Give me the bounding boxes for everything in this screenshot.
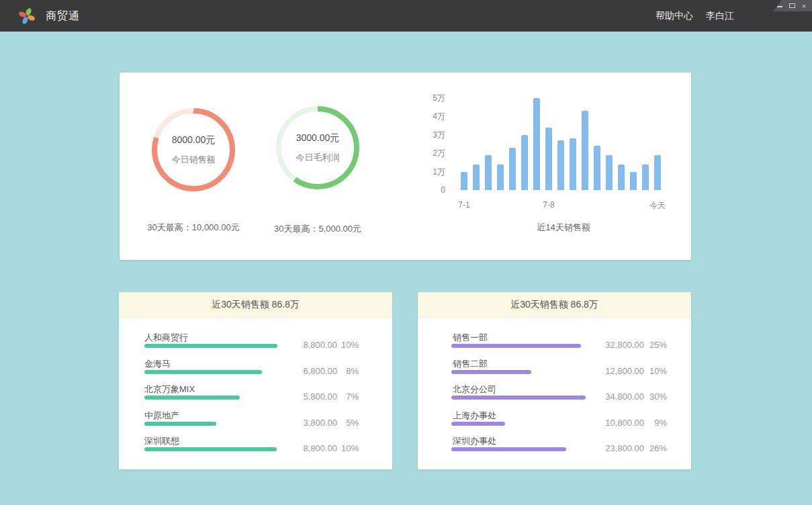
rank-item-percent: 26% — [640, 443, 667, 453]
rank-item-bar — [144, 447, 277, 451]
bar — [594, 146, 600, 190]
rank-item-bar — [451, 447, 566, 451]
bar — [642, 165, 649, 191]
rank-item-bar — [144, 370, 262, 374]
today-profit-donut: 3000.00元 今日毛利润 — [275, 105, 361, 191]
bar — [654, 155, 661, 190]
rank-item-value: 10,800.00 — [584, 418, 644, 428]
rank-item-value: 3,800.00 — [277, 418, 337, 428]
rank-row: 上海办事处10,800.009% — [418, 409, 691, 435]
username-menu[interactable]: 李白江 — [706, 10, 734, 22]
today-sales-value: 8000.00元 — [172, 134, 216, 146]
bar — [582, 111, 588, 190]
rank-list: 人和商贸行8,800.0010%金海马6,800.008%北京万象MIX5,80… — [119, 318, 392, 461]
x-axis-label: 7-8 — [543, 200, 554, 210]
rank-item-percent: 10% — [334, 340, 359, 350]
rank-row: 北京万象MIX5,800.007% — [119, 383, 392, 409]
overview-card: 8000.00元 今日销售额 30天最高：10,000.00元 3000.00元… — [120, 73, 691, 260]
bar — [497, 165, 504, 191]
app-title: 商贸通 — [46, 9, 80, 24]
rank-item-percent: 25% — [640, 340, 667, 350]
rank-item-value: 6,800.00 — [277, 366, 337, 376]
bar — [618, 165, 625, 191]
rank-item-name: 销售二部 — [453, 358, 488, 370]
rank-item-percent: 7% — [334, 392, 359, 402]
bar — [521, 135, 528, 191]
minimize-button[interactable] — [776, 3, 783, 9]
close-button[interactable]: × — [801, 3, 807, 9]
rank-item-name: 金海马 — [144, 358, 171, 370]
rank-item-bar — [451, 422, 505, 426]
rank-item-name: 中原地产 — [144, 410, 179, 422]
rank-item-value: 8,800.00 — [277, 340, 337, 350]
rank-row: 深圳联想8,800.0010% — [119, 434, 392, 461]
customer-rank-card: 近30天销售额 86.8万 人和商贸行8,800.0010%金海马6,800.0… — [119, 292, 392, 469]
rank-item-percent: 9% — [640, 418, 667, 428]
rank-item-percent: 30% — [640, 392, 667, 402]
x-axis-label: 7-1 — [458, 200, 469, 210]
rank-item-value: 32,800.00 — [584, 340, 644, 350]
rank-row: 中原地产3,800.005% — [119, 409, 392, 435]
titlebar: 商贸通 帮助中心 李白江 × — [0, 0, 812, 32]
sales-bar-chart: 01万2万3万4万5万 7-17-8今天 近14天销售额 — [418, 73, 680, 247]
rank-row: 金海马6,800.008% — [119, 357, 392, 383]
sales-bar-chart-plot — [461, 89, 666, 190]
rank-item-bar — [451, 370, 531, 374]
rank-item-name: 北京分公司 — [453, 383, 496, 396]
app-logo-icon — [18, 7, 36, 25]
rank-item-bar — [451, 396, 586, 400]
y-axis-tick: 1万 — [418, 167, 445, 177]
today-sales-donut: 8000.00元 今日销售额 — [150, 107, 236, 193]
bar — [485, 155, 492, 190]
bar — [473, 165, 480, 191]
profit-30d-max: 30天最高：5,000.00元 — [244, 223, 392, 235]
bar — [570, 138, 576, 190]
rank-row: 北京分公司34,800.0030% — [418, 383, 691, 409]
rank-card-header: 近30天销售额 86.8万 — [418, 292, 691, 318]
bar-chart-title: 近14天销售额 — [461, 222, 666, 234]
rank-item-value: 8,800.00 — [277, 443, 337, 453]
rank-item-percent: 10% — [640, 366, 667, 376]
rank-item-bar — [144, 396, 240, 400]
rank-row: 销售二部12,800.0010% — [418, 357, 691, 383]
rank-card-header: 近30天销售额 86.8万 — [119, 292, 392, 318]
x-axis-label: 今天 — [649, 200, 666, 212]
maximize-button[interactable] — [788, 3, 795, 9]
today-sales-label: 今日销售额 — [172, 154, 216, 166]
rank-item-value: 34,800.00 — [584, 392, 644, 402]
dept-rank-card: 近30天销售额 86.8万 销售一部32,800.0025%销售二部12,800… — [418, 292, 691, 469]
y-axis-tick: 2万 — [418, 148, 445, 158]
rank-item-percent: 8% — [334, 366, 359, 376]
help-center-link[interactable]: 帮助中心 — [656, 10, 693, 22]
bar — [533, 98, 540, 191]
bar — [630, 172, 637, 191]
rank-item-name: 上海办事处 — [453, 410, 496, 422]
rank-card-title: 近30天销售额 86.8万 — [510, 299, 598, 311]
rank-item-name: 北京万象MIX — [144, 383, 195, 396]
rank-item-name: 深圳办事处 — [453, 435, 496, 447]
bar — [606, 155, 613, 190]
bar — [509, 148, 516, 190]
rank-item-bar — [144, 344, 277, 348]
rank-row: 销售一部32,800.0025% — [418, 331, 691, 357]
rank-item-name: 销售一部 — [453, 332, 488, 344]
rank-item-percent: 10% — [334, 443, 359, 453]
rank-card-title: 近30天销售额 86.8万 — [212, 299, 300, 311]
bar — [545, 128, 552, 191]
rank-row: 人和商贸行8,800.0010% — [119, 331, 392, 357]
rank-item-name: 人和商贸行 — [144, 332, 188, 344]
y-axis-tick: 0 — [418, 185, 445, 195]
rank-list: 销售一部32,800.0025%销售二部12,800.0010%北京分公司34,… — [418, 318, 691, 461]
rank-item-percent: 5% — [334, 418, 359, 428]
bar — [461, 172, 467, 191]
y-axis-tick: 3万 — [418, 130, 445, 140]
rank-item-value: 5,800.00 — [277, 392, 337, 402]
today-profit-label: 今日毛利润 — [296, 152, 340, 164]
rank-row: 深圳办事处23,800.0026% — [418, 434, 691, 461]
today-profit-value: 3000.00元 — [296, 132, 340, 144]
rank-item-bar — [451, 344, 581, 348]
y-axis-tick: 4万 — [418, 111, 445, 121]
window-controls: × — [773, 0, 812, 11]
bar — [557, 140, 564, 190]
top-navigation: 帮助中心 李白江 — [656, 10, 734, 22]
